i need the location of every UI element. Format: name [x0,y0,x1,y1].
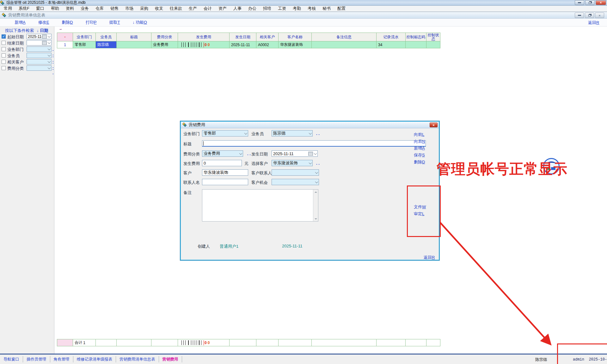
column-header[interactable]: 发生费用 [178,33,230,41]
column-header[interactable]: 标题 [117,33,151,41]
date-dropdown-icon[interactable] [47,40,51,45]
category-checkbox[interactable] [2,66,6,70]
category-combo[interactable] [27,65,52,71]
column-header[interactable]: 费用分类 [151,33,178,41]
title-cell[interactable] [117,41,151,48]
end-date-input[interactable] [27,40,52,46]
column-header[interactable]: - [57,33,73,41]
department-combo[interactable] [27,46,52,52]
menu-item[interactable]: 仓库 [95,6,104,11]
start-date-checkbox[interactable]: ✓ [2,34,6,39]
title-input[interactable] [202,140,426,147]
customer-combo[interactable] [27,59,52,64]
customer-contact-combo[interactable] [272,169,319,176]
customer-input[interactable]: 华东捷波装饰 [202,169,248,176]
select-customer-combo[interactable]: 华东捷波装饰 [272,160,313,166]
close-button[interactable]: × [596,0,606,5]
opportunity-combo[interactable] [272,179,319,185]
category-browse-button[interactable]: . . [247,151,251,156]
row-number-cell[interactable]: 1 [57,41,73,48]
prev-button[interactable]: 向前L [414,132,424,137]
date-dropdown-icon[interactable] [47,34,51,39]
menu-item[interactable]: 考勤 [293,6,301,11]
date-cell[interactable]: 2025-11-11 [230,41,256,48]
menu-item[interactable]: 资产 [218,6,227,11]
amount-cell[interactable]: 00 [178,41,230,48]
menu-item[interactable]: 招培 [263,6,271,11]
menu-item[interactable]: 往来款 [170,6,182,11]
delete-button[interactable]: 删除D [414,159,425,165]
category-cell[interactable]: 业务费用 [151,41,178,48]
column-header[interactable]: 控制状态 [426,33,440,41]
menu-item[interactable]: 业务 [81,6,89,11]
column-header[interactable]: 相关客户 [256,33,279,41]
department-cell[interactable]: 零售部 [73,41,96,48]
menu-item[interactable]: 窗口 [36,6,44,11]
control-status-cell[interactable] [426,41,440,48]
customer-name-cell[interactable]: 华东捷波装饰 [279,41,312,48]
menu-item[interactable]: 帮助 [51,6,59,11]
mdi-maximize-button[interactable] [585,13,594,18]
menu-item[interactable]: 办公 [248,6,256,11]
memo-scrollbar[interactable] [313,190,318,221]
statusbar-tab[interactable]: 维修记录清单级报表 [73,356,116,362]
select-customer-browse-button[interactable]: . . [316,161,320,166]
mdi-close-button[interactable]: × [595,13,604,18]
column-header[interactable]: 记录流水 [377,33,406,41]
category-browse-button[interactable]: . . [52,66,54,75]
amount-input[interactable]: 0 [202,160,242,166]
dialog-close-button[interactable]: × [430,123,438,127]
minimize-button[interactable] [575,0,584,5]
customer-code-cell[interactable]: A0002 [256,41,279,48]
agent-combo[interactable] [27,53,52,58]
sort-by-date[interactable]: ↓ 日期 [37,28,48,33]
dept-combo[interactable]: 零售部 [202,130,248,136]
column-header[interactable]: 发生日期 [230,33,256,41]
end-date-checkbox[interactable] [2,41,6,45]
menu-item[interactable]: 销售 [110,6,119,11]
agent-checkbox[interactable] [2,53,6,58]
statusbar-tab[interactable]: 导航窗口 [0,356,23,362]
note-cell[interactable] [312,41,377,48]
menu-item[interactable]: 系统F [19,6,29,11]
print-button[interactable]: 打印P [86,20,97,25]
calendar-icon[interactable] [308,152,313,156]
statusbar-tab[interactable]: 营销费用清单信息表 [116,356,159,362]
menu-item[interactable]: 资料 [66,6,74,11]
scroll-up-icon[interactable] [314,190,318,194]
occur-date-input[interactable]: 2025-11-11 [272,150,318,157]
menu-item[interactable]: 秘书 [322,6,331,11]
scroll-down-icon[interactable] [314,216,318,221]
agent-browse-button[interactable]: . . [316,131,320,136]
column-header[interactable]: 客户名称 [279,33,312,41]
modify-button[interactable]: 修改E [38,20,49,25]
customer-checkbox[interactable] [2,60,6,64]
save-button[interactable]: 保存S [414,152,425,158]
restore-button[interactable] [585,0,595,5]
swap-columns-icon[interactable]: →← [58,27,64,32]
statusbar-tab[interactable]: 营销费用 [159,356,182,362]
toolbar-back-button[interactable]: 返回R [588,20,599,26]
menu-item[interactable]: 采购 [140,6,148,11]
menu-item[interactable]: 市场 [125,6,133,11]
memo-textarea[interactable] [202,189,318,221]
contact-name-input[interactable] [202,179,248,185]
menu-item[interactable]: 工资 [278,6,286,11]
function-button[interactable]: ↓功能O [132,20,147,25]
start-date-input[interactable]: 2025-11-01 [27,34,52,39]
menu-item[interactable]: 会计 [204,6,212,11]
column-header[interactable]: 业务部门 [73,33,96,41]
statusbar-tab[interactable]: 角色管理 [50,356,73,362]
menu-item[interactable]: 考核 [308,6,316,11]
calendar-icon[interactable] [42,41,47,45]
agent-cell-selected[interactable]: 陈宗德 [96,41,117,48]
statusbar-tab[interactable]: 操作员管理 [23,356,50,362]
menu-item[interactable]: 常用 [4,6,12,11]
menu-item[interactable]: 配置 [337,6,346,11]
agent-combo[interactable]: 陈宗德 [272,130,313,136]
delete-button[interactable]: 删除D [62,20,73,25]
control-code-cell[interactable] [406,41,426,48]
next-button[interactable]: 向后N [414,139,425,144]
new-button[interactable]: 新增A [15,20,26,25]
add-button[interactable]: 新增A [414,145,425,151]
